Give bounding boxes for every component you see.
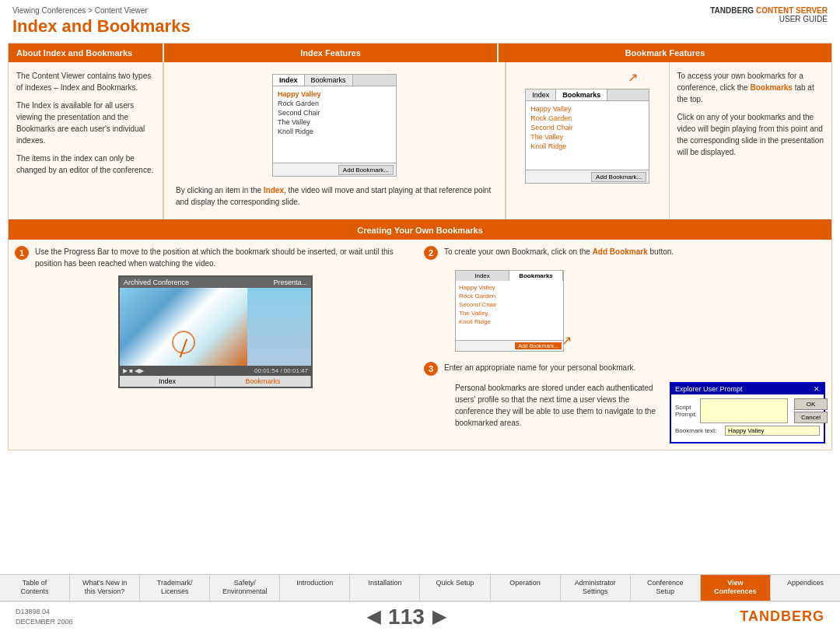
nav-whats-new[interactable]: What's New inthis Version? xyxy=(70,575,140,601)
explorer-ok-btn[interactable]: OK xyxy=(794,398,828,410)
nav-trademark[interactable]: Trademark/Licenses xyxy=(140,575,210,601)
step2-visual: ↗ Index Bookmarks Happy Valley Rock Gard… xyxy=(424,266,825,356)
conf-video xyxy=(120,288,247,366)
explorer-buttons: OK Cancel xyxy=(794,398,828,423)
explorer-title: Explorer User Prompt ✕ xyxy=(671,384,824,394)
explorer-script-input[interactable] xyxy=(700,398,788,423)
mock-item-4: The Valley xyxy=(276,117,393,127)
bm-desc-1: To access your own bookmarks for a confe… xyxy=(677,70,824,105)
step-3: 3 Enter an appropriate name for your per… xyxy=(424,362,825,376)
doc-number: D13898.04 xyxy=(16,607,73,617)
explorer-cancel-btn[interactable]: Cancel xyxy=(794,412,828,423)
conf-tab-index[interactable]: Index xyxy=(120,376,215,387)
about-p1: The Content Viewer contains two types of… xyxy=(16,70,155,93)
mock-footer: Add Bookmark... xyxy=(273,163,396,176)
mock-item-5: Knoll Ridge xyxy=(276,127,393,136)
conf-body xyxy=(120,288,311,366)
step1-area: 1 Use the Progress Bar to move to the po… xyxy=(15,246,416,443)
conf-time: 00:01:54 / 00:01:47 xyxy=(254,367,308,374)
bm-tab-bookmarks[interactable]: Bookmarks xyxy=(556,89,607,100)
col1-header: About Index and Bookmarks xyxy=(9,44,164,62)
brand-header: TANDBERG CONTENT SERVER USER GUIDE xyxy=(710,6,828,23)
brand-guide: USER GUIDE xyxy=(779,15,828,23)
steps-2-3: 2 To create your own Bookmark, click on … xyxy=(424,246,825,443)
step-2: 2 To create your own Bookmark, click on … xyxy=(424,246,825,260)
step-1-num: 1 xyxy=(15,246,29,260)
conf-tabs: Index Bookmarks xyxy=(120,376,311,387)
mock-item-2: Rock Garden xyxy=(276,99,393,108)
step-3-text: Enter an appropriate name for your perso… xyxy=(444,362,825,373)
about-p3: The items in the index can only be chang… xyxy=(16,152,155,176)
bm-mock-footer: Add Bookmark... xyxy=(526,170,649,183)
explorer-prompt: Explorer User Prompt ✕ Script Prompt: xyxy=(670,382,825,443)
creating-body: 1 Use the Progress Bar to move to the po… xyxy=(9,240,831,450)
step2-small-mock: Index Bookmarks Happy Valley Rock Garden… xyxy=(455,270,564,352)
step-2-text: To create your own Bookmark, click on th… xyxy=(444,246,825,258)
explorer-prompt-wrapper: Explorer User Prompt ✕ Script Prompt: xyxy=(670,382,825,443)
bm-item-4: The Valley xyxy=(529,132,646,142)
nav-view-conferences[interactable]: ViewConferences xyxy=(701,575,771,601)
add-bookmark-btn-mock[interactable]: Add Bookmark... xyxy=(338,165,394,175)
step-1-text: Use the Progress Bar to move to the posi… xyxy=(35,246,416,269)
nav-admin[interactable]: AdministratorSettings xyxy=(561,575,631,601)
nav-conference-setup[interactable]: ConferenceSetup xyxy=(631,575,701,601)
bm-mock-tabs: Index Bookmarks xyxy=(526,89,649,101)
conf-tab-bookmarks[interactable]: Bookmarks xyxy=(215,376,311,387)
brand-product: CONTENT SERVER xyxy=(756,6,828,15)
breadcrumb: Viewing Conferences > Content Viewer xyxy=(12,6,191,15)
about-p2: The Index is available for all users vie… xyxy=(16,100,155,146)
bm-item-5: Knoll Ridge xyxy=(529,142,646,151)
step3-desc: Personal bookmarks are stored under each… xyxy=(455,382,662,433)
header: Viewing Conferences > Content Viewer Ind… xyxy=(0,0,840,40)
explorer-bm-label: Bookmark text: xyxy=(675,427,722,434)
conf-title: Archived Conference xyxy=(124,279,189,286)
next-arrow[interactable]: ▶ xyxy=(432,607,446,627)
nav-installation[interactable]: Installation xyxy=(350,575,420,601)
col3-header: Bookmark Features xyxy=(499,44,831,62)
bm-item-2: Rock Garden xyxy=(529,114,646,123)
doc-info: D13898.04 DECEMBER 2006 xyxy=(16,607,73,626)
nav-quick-setup[interactable]: Quick Setup xyxy=(420,575,490,601)
bm-item-1: Happy Valley xyxy=(529,104,646,114)
prev-arrow[interactable]: ◀ xyxy=(367,607,380,627)
mock-tabs: Index Bookmarks xyxy=(273,75,396,86)
conf-header: Archived Conference Presenta... xyxy=(120,277,311,288)
conference-screenshot: Archived Conference Presenta... ▶ ■ ◀▶ xyxy=(118,275,313,388)
nav-operation[interactable]: Operation xyxy=(491,575,561,601)
step-3-area: 3 Enter an appropriate name for your per… xyxy=(424,362,825,443)
tandberg-logo: TANDBERG xyxy=(740,608,824,625)
step2-mock-wrapper: ↗ Index Bookmarks Happy Valley Rock Gard… xyxy=(455,266,564,356)
explorer-script-row: Script Prompt: OK Cancel xyxy=(675,398,820,423)
bottom-bar: D13898.04 DECEMBER 2006 ◀ 113 ▶ TANDBERG xyxy=(0,601,840,631)
nav-safety[interactable]: Safety/Environmental xyxy=(210,575,280,601)
bm-tab-index[interactable]: Index xyxy=(526,89,556,100)
explorer-close-icon[interactable]: ✕ xyxy=(814,385,820,393)
step-2-num: 2 xyxy=(424,246,438,260)
index-mock-ui: Index Bookmarks Happy Valley Rock Garden… xyxy=(272,74,397,177)
three-col: The Content Viewer contains two types of… xyxy=(9,62,831,221)
bm-add-btn[interactable]: Add Bookmark... xyxy=(591,172,646,182)
explorer-bm-input[interactable] xyxy=(725,426,820,436)
bm-item-3: Second Chair xyxy=(529,123,646,132)
s2-body: Happy Valley Rock Garden Second Chair Th… xyxy=(456,281,563,340)
s2-tab-bm[interactable]: Bookmarks xyxy=(509,271,563,281)
explorer-title-text: Explorer User Prompt xyxy=(675,385,743,393)
nav-appendices[interactable]: Appendices xyxy=(771,575,840,601)
bottom-nav: Table ofContents What's New inthis Versi… xyxy=(0,574,840,601)
explorer-input-row: OK Cancel xyxy=(700,398,828,423)
mock-tab-bookmarks[interactable]: Bookmarks xyxy=(305,75,353,86)
mock-tab-index[interactable]: Index xyxy=(273,75,305,86)
step-3-num: 3 xyxy=(424,362,438,376)
s2-tab-index[interactable]: Index xyxy=(456,271,509,281)
step3-visual: Personal bookmarks are stored under each… xyxy=(424,382,825,443)
mock-item-3: Second Chair xyxy=(276,108,393,117)
page-title: Index and Bookmarks xyxy=(12,16,191,37)
main-content: About Index and Bookmarks Index Features… xyxy=(8,43,832,450)
s2-add-bm-btn[interactable]: Add Bookmark... xyxy=(515,342,562,349)
bookmark-mock-ui: Index Bookmarks Happy Valley Rock Garden… xyxy=(525,89,649,184)
nav-introduction[interactable]: Introduction xyxy=(280,575,350,601)
s2-item-5: Knoll Ridge xyxy=(458,317,561,326)
doc-date: DECEMBER 2006 xyxy=(16,617,73,627)
index-highlight-text: Index xyxy=(264,186,284,195)
nav-toc[interactable]: Table ofContents xyxy=(0,575,70,601)
